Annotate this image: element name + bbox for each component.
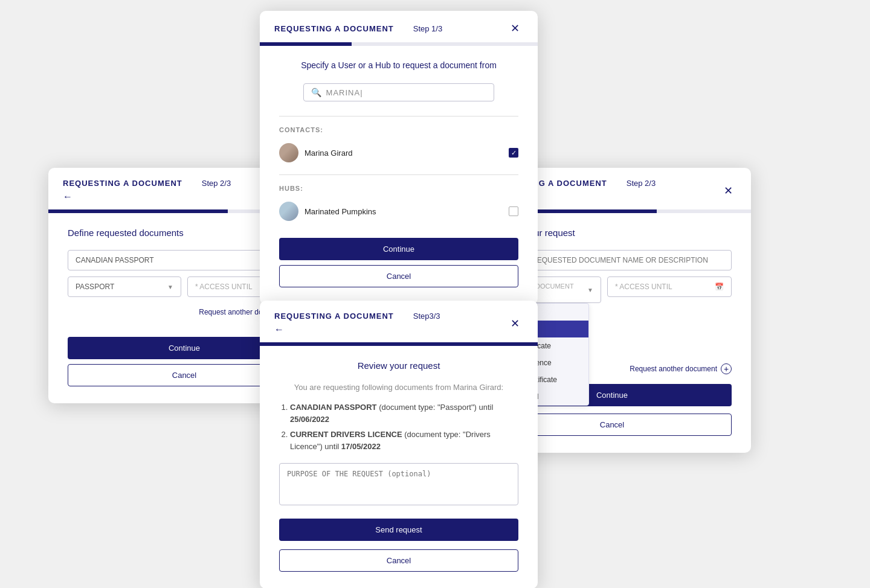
- review-item-2-type-label: (document type: ": [404, 430, 465, 439]
- purpose-textarea[interactable]: [279, 463, 518, 505]
- modal-step3-header: REQUESTING A DOCUMENT Step3/3 ← ✕: [260, 301, 538, 342]
- checkbox-marina[interactable]: ✓: [509, 148, 518, 158]
- back-row-step3: ←: [274, 324, 440, 335]
- search-icon: 🔍: [311, 88, 321, 97]
- step3-cancel-button[interactable]: Cancel: [279, 549, 518, 572]
- modal-step3-top-row: REQUESTING A DOCUMENT Step3/3: [274, 312, 440, 321]
- search-input[interactable]: [326, 88, 487, 97]
- review-list: CANADIAN PASSPORT (document type: "Passp…: [279, 401, 518, 452]
- hubs-label: HUBS:: [279, 185, 518, 192]
- divider: [279, 116, 518, 117]
- modal-step2-left-title: REQUESTING A DOCUMENT: [63, 179, 182, 188]
- contact-row-hub: Marinated Pumpkins: [279, 198, 518, 225]
- modal-step1-title-group: REQUESTING A DOCUMENT Step 1/3: [274, 24, 442, 33]
- contact-name-marina: Marina Girard: [304, 149, 352, 158]
- access-until-placeholder-right: * ACCESS UNTIL: [615, 283, 672, 291]
- contact-info-marina: Marina Girard: [279, 143, 352, 162]
- doc-type-select[interactable]: PASSPORT ▼: [68, 276, 181, 297]
- doc-type-value: PASSPORT: [76, 283, 114, 291]
- review-item-1-type: Passport: [440, 403, 471, 412]
- modal-step2-right-close-button[interactable]: ✕: [720, 184, 736, 197]
- back-arrow-left[interactable]: ←: [63, 191, 72, 202]
- choose-doc-chevron-icon: ▼: [587, 287, 593, 293]
- access-until-placeholder-left: * ACCESS UNTIL: [195, 283, 253, 291]
- modal-step3-title-group: REQUESTING A DOCUMENT Step3/3 ←: [274, 312, 440, 335]
- calendar-icon-right: 📅: [715, 283, 724, 291]
- avatar-marina: [279, 143, 298, 162]
- back-row-left: ←: [63, 191, 231, 202]
- plus-circle-icon-right: +: [721, 363, 732, 374]
- contact-name-hub: Marinated Pumpkins: [304, 207, 376, 216]
- contact-info-hub: Marinated Pumpkins: [279, 202, 376, 221]
- modal-step1-title: REQUESTING A DOCUMENT: [274, 24, 394, 33]
- review-item-1-until: 25/06/2022: [290, 415, 329, 424]
- modal-step1-header: REQUESTING A DOCUMENT Step 1/3 ✕: [260, 11, 538, 42]
- modal-step3-body: Review your request You are requesting f…: [260, 346, 538, 588]
- modal-step2-left-step: Step 2/3: [202, 179, 231, 188]
- review-item-2-name: CURRENT DRIVERS LICENCE: [290, 430, 402, 439]
- avatar-hub: [279, 202, 298, 221]
- step3-section-title: Review your request: [279, 360, 518, 371]
- step1-instruction: Specify a User or a Hub to request a doc…: [279, 60, 518, 70]
- review-item-1-name: CANADIAN PASSPORT: [290, 403, 377, 412]
- contact-row-marina: Marina Girard ✓: [279, 139, 518, 166]
- review-item-2-until-label: ") until: [317, 442, 341, 451]
- modal-step3: REQUESTING A DOCUMENT Step3/3 ← ✕ Review…: [260, 301, 538, 588]
- modal-step3-step: Step3/3: [413, 312, 440, 321]
- checkbox-hub[interactable]: [509, 206, 518, 216]
- modal-step2-left-title-group: REQUESTING A DOCUMENT Step 2/3 ←: [63, 179, 231, 202]
- modal-step1-body: Specify a User or a Hub to request a doc…: [260, 46, 538, 304]
- modal-step1-step: Step 1/3: [413, 24, 442, 33]
- review-item-1-until-label: ") until: [471, 403, 493, 412]
- modal-step1: REQUESTING A DOCUMENT Step 1/3 ✕ Specify…: [260, 11, 538, 304]
- review-item-1-type-label: (document type: ": [379, 403, 440, 412]
- review-item-2: CURRENT DRIVERS LICENCE (document type: …: [290, 429, 518, 452]
- send-request-button[interactable]: Send request: [279, 519, 518, 541]
- step1-cancel-button[interactable]: Cancel: [279, 265, 518, 287]
- doc-type-chevron-icon: ▼: [167, 284, 173, 290]
- contacts-label: CONTACTS:: [279, 126, 518, 133]
- step1-continue-button[interactable]: Continue: [279, 238, 518, 260]
- add-doc-label-right: Request another document: [630, 365, 717, 373]
- search-box[interactable]: 🔍: [303, 83, 495, 101]
- divider2: [279, 174, 518, 175]
- modal-step3-title: REQUESTING A DOCUMENT: [274, 312, 394, 321]
- review-item-1: CANADIAN PASSPORT (document type: "Passp…: [290, 401, 518, 425]
- review-item-2-until: 17/05/2022: [341, 442, 381, 451]
- modal-step2-right-step: Step 2/3: [627, 179, 656, 188]
- access-until-input-right[interactable]: * ACCESS UNTIL 📅: [607, 276, 732, 297]
- modal-step1-close-button[interactable]: ✕: [507, 22, 523, 35]
- modal-step3-close-button[interactable]: ✕: [507, 317, 523, 330]
- back-arrow-step3[interactable]: ←: [274, 324, 284, 335]
- review-note: You are requesting following documents f…: [279, 383, 518, 392]
- modal-step2-left-top-row: REQUESTING A DOCUMENT Step 2/3: [63, 179, 231, 188]
